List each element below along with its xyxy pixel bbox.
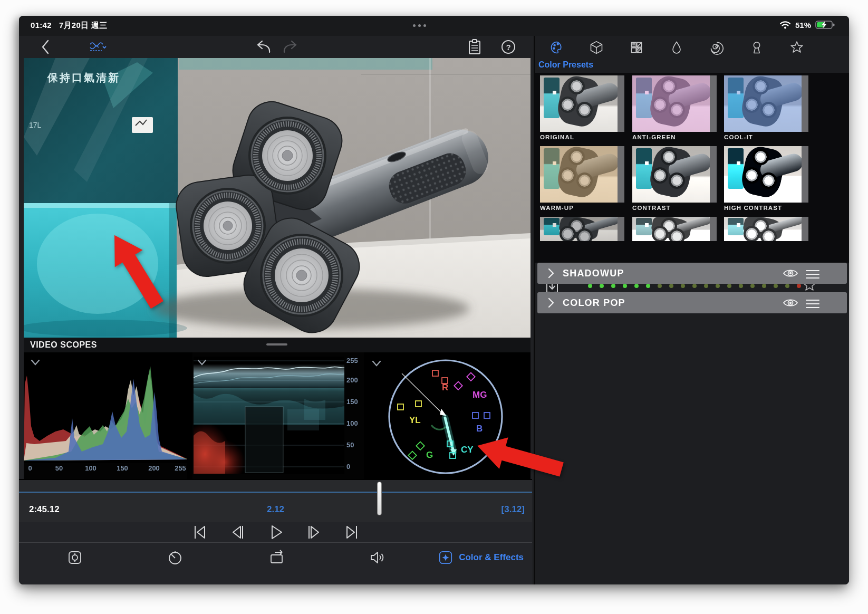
- preset-dots[interactable]: [588, 284, 801, 288]
- timeline-current-time: 2.12: [19, 504, 532, 515]
- panel-title: Color Presets: [538, 60, 593, 70]
- histogram-scope: 0 50 100 150 200 255: [24, 352, 187, 479]
- effects-panel: Color Presets ORIGINAL ANTI-GREEN COOL-I…: [534, 36, 849, 584]
- tab-color-adjust[interactable]: [666, 39, 687, 56]
- preset-tile-warm-up[interactable]: WARM-UP: [540, 146, 625, 211]
- transport-controls: [19, 522, 532, 542]
- preset-tile[interactable]: [540, 217, 625, 241]
- jump-to-end-button[interactable]: [340, 523, 363, 542]
- video-preview[interactable]: 保持口氣清新 17L: [24, 58, 531, 338]
- color-effects-label: Color & Effects: [459, 552, 524, 563]
- tab-lut-cube[interactable]: [586, 39, 607, 56]
- frame-transform-button[interactable]: [267, 547, 288, 568]
- undo-button[interactable]: [254, 38, 273, 56]
- waveform-graph: [194, 357, 344, 474]
- waveform-tick: 200: [346, 376, 363, 384]
- vectorscope: R MG B CY G YL: [364, 352, 531, 479]
- color-effects-icon: [438, 550, 454, 565]
- top-toolbar: ?: [19, 36, 532, 58]
- status-time: 01:42: [31, 21, 52, 31]
- clipboard-button[interactable]: [465, 38, 484, 56]
- histogram-tick: 200: [148, 464, 160, 472]
- page: 01:42 7月20日 週三 51%: [0, 0, 868, 614]
- preset-tile-contrast[interactable]: CONTRAST: [632, 146, 718, 211]
- histogram-collapse-chevron[interactable]: [30, 359, 41, 366]
- help-glyph: ?: [501, 40, 515, 54]
- waveform-tick: 50: [346, 441, 363, 449]
- layer-label: SHADOWUP: [563, 268, 624, 279]
- vectorscope-label-mg: MG: [472, 390, 487, 400]
- scopes-toggle-button[interactable]: [89, 38, 108, 56]
- waveform-tick: 100: [346, 419, 363, 427]
- redo-button[interactable]: [281, 38, 300, 56]
- frame-fit-button[interactable]: [64, 547, 85, 568]
- waveform-collapse-chevron[interactable]: [197, 359, 207, 366]
- tab-color-presets[interactable]: [546, 39, 567, 56]
- frame-forward-button[interactable]: [302, 523, 325, 542]
- multitask-indicator[interactable]: [413, 24, 426, 27]
- preset-tile-high-contrast[interactable]: HIGH CONTRAST: [724, 146, 809, 211]
- eye-icon[interactable]: [782, 296, 799, 310]
- battery-percent: 51%: [795, 21, 811, 30]
- back-button[interactable]: [36, 38, 55, 56]
- preset-label: COOL-IT: [724, 134, 809, 140]
- scopes-drag-handle[interactable]: [266, 343, 287, 346]
- preset-tile-cool-it[interactable]: COOL-IT: [724, 75, 809, 140]
- vectorscope-label-g: G: [426, 450, 433, 460]
- histogram-tick: 0: [28, 464, 32, 472]
- status-bar: 01:42 7月20日 週三 51%: [19, 16, 849, 36]
- waveform-tick: 0: [346, 463, 363, 471]
- chevron-right-icon[interactable]: [547, 296, 555, 309]
- color-effects-tab[interactable]: Color & Effects: [438, 547, 524, 568]
- vectorscope-label-yl: YL: [409, 415, 421, 425]
- preview-scene: 保持口氣清新 17L: [24, 58, 531, 338]
- jump-to-start-button[interactable]: [188, 523, 211, 542]
- histogram-tick: 50: [55, 464, 63, 472]
- video-scopes-title: VIDEO SCOPES: [30, 340, 97, 350]
- reorder-handle-icon[interactable]: [806, 267, 819, 281]
- tab-keying[interactable]: [746, 39, 767, 56]
- frame-back-button[interactable]: [226, 523, 249, 542]
- histogram-tick: 150: [117, 464, 128, 472]
- preset-label: ORIGINAL: [540, 134, 625, 140]
- eye-icon[interactable]: [782, 266, 799, 280]
- layer-row-shadowup[interactable]: SHADOWUP: [537, 263, 847, 284]
- timeline-remaining-time: [3.12]: [501, 504, 525, 515]
- speed-button[interactable]: [165, 547, 186, 568]
- preset-label: CONTRAST: [632, 205, 718, 211]
- tab-distort-effects[interactable]: [706, 39, 727, 56]
- vectorscope-label-r: R: [442, 382, 448, 392]
- vectorscope-collapse-chevron[interactable]: [371, 360, 382, 367]
- histogram-graph: [24, 352, 187, 463]
- preset-tile-original[interactable]: ORIGINAL: [540, 75, 625, 140]
- tab-favorites[interactable]: [786, 39, 807, 56]
- preset-tile-anti-green[interactable]: ANTI-GREEN: [632, 75, 718, 140]
- timeline-scrubber[interactable]: 2:45.12 2.12 [3.12]: [19, 479, 532, 522]
- reorder-handle-icon[interactable]: [806, 297, 819, 311]
- status-date: 7月20日 週三: [59, 21, 108, 31]
- battery-icon: [815, 20, 835, 30]
- audio-button[interactable]: [367, 547, 388, 568]
- vectorscope-label-b: B: [476, 424, 483, 434]
- chevron-right-icon[interactable]: [547, 267, 555, 280]
- wifi-icon: [779, 21, 791, 29]
- waveform-scope: 255 200 150 100 50 0: [192, 352, 365, 479]
- bottle-label-text: 保持口氣清新: [47, 72, 120, 83]
- histogram-tick: 255: [175, 464, 186, 472]
- layer-row-color-pop[interactable]: COLOR POP: [537, 292, 847, 313]
- histogram-tick: 100: [85, 464, 97, 472]
- vectorscope-graph: R MG B CY G YL: [364, 352, 531, 479]
- presets-area: ORIGINAL ANTI-GREEN COOL-IT WARM-UP: [535, 73, 849, 263]
- app-window: 01:42 7月20日 週三 51%: [19, 16, 849, 584]
- help-button[interactable]: ?: [499, 38, 518, 56]
- bottle-volume-text: 17L: [29, 121, 42, 129]
- waveform-tick: 255: [346, 357, 363, 364]
- preset-tile[interactable]: [724, 217, 809, 241]
- preset-tile[interactable]: [632, 217, 718, 241]
- bottom-toolbar: Color & Effects: [19, 542, 532, 584]
- vectorscope-label-cy: CY: [461, 445, 474, 455]
- timeline-track: [19, 492, 532, 493]
- preset-label: WARM-UP: [540, 205, 625, 211]
- play-button[interactable]: [264, 523, 287, 542]
- tab-styles[interactable]: [626, 39, 647, 56]
